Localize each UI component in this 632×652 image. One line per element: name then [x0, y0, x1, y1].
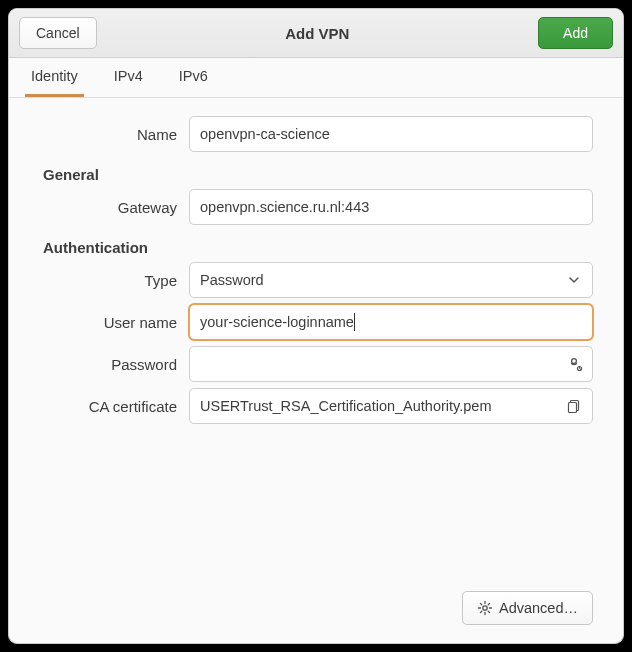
identity-pane: Name openvpn-ca-science General Gateway …: [9, 98, 623, 587]
password-input[interactable]: [189, 346, 593, 382]
tab-bar: Identity IPv4 IPv6: [9, 58, 623, 98]
cancel-button[interactable]: Cancel: [19, 17, 97, 49]
password-store-icon[interactable]: [567, 356, 583, 372]
type-select[interactable]: Password: [189, 262, 593, 298]
ca-label: CA certificate: [39, 398, 189, 415]
advanced-label: Advanced…: [499, 600, 578, 616]
password-row: Password: [39, 346, 593, 382]
chevron-down-icon: [566, 272, 582, 288]
auth-section-header: Authentication: [43, 239, 593, 256]
ca-value: USERTrust_RSA_Certification_Authority.pe…: [200, 398, 491, 414]
gateway-label: Gateway: [39, 199, 189, 216]
general-section-header: General: [43, 166, 593, 183]
tab-ipv6[interactable]: IPv6: [173, 58, 214, 97]
tab-identity[interactable]: Identity: [25, 58, 84, 97]
gateway-value: openvpn.science.ru.nl:443: [200, 199, 369, 215]
name-value: openvpn-ca-science: [200, 126, 330, 142]
username-label: User name: [39, 314, 189, 331]
file-open-icon: [566, 398, 582, 414]
text-cursor: [354, 313, 355, 331]
svg-rect-3: [569, 403, 577, 413]
username-value: your-science-loginname: [200, 314, 354, 330]
ca-file-chooser[interactable]: USERTrust_RSA_Certification_Authority.pe…: [189, 388, 593, 424]
add-vpn-window: Cancel Add VPN Add Identity IPv4 IPv6 Na…: [8, 8, 624, 644]
ca-row: CA certificate USERTrust_RSA_Certificati…: [39, 388, 593, 424]
type-row: Type Password: [39, 262, 593, 298]
footer: Advanced…: [9, 587, 623, 643]
headerbar: Cancel Add VPN Add: [9, 9, 623, 58]
svg-point-0: [572, 359, 577, 364]
svg-point-4: [483, 606, 487, 610]
gear-icon: [477, 600, 493, 616]
password-label: Password: [39, 356, 189, 373]
tab-ipv4[interactable]: IPv4: [108, 58, 149, 97]
name-row: Name openvpn-ca-science: [39, 116, 593, 152]
gateway-input[interactable]: openvpn.science.ru.nl:443: [189, 189, 593, 225]
type-value: Password: [200, 272, 264, 288]
name-input[interactable]: openvpn-ca-science: [189, 116, 593, 152]
username-row: User name your-science-loginname: [39, 304, 593, 340]
add-button[interactable]: Add: [538, 17, 613, 49]
window-title: Add VPN: [285, 25, 349, 42]
type-label: Type: [39, 272, 189, 289]
advanced-button[interactable]: Advanced…: [462, 591, 593, 625]
name-label: Name: [39, 126, 189, 143]
gateway-row: Gateway openvpn.science.ru.nl:443: [39, 189, 593, 225]
username-input[interactable]: your-science-loginname: [189, 304, 593, 340]
